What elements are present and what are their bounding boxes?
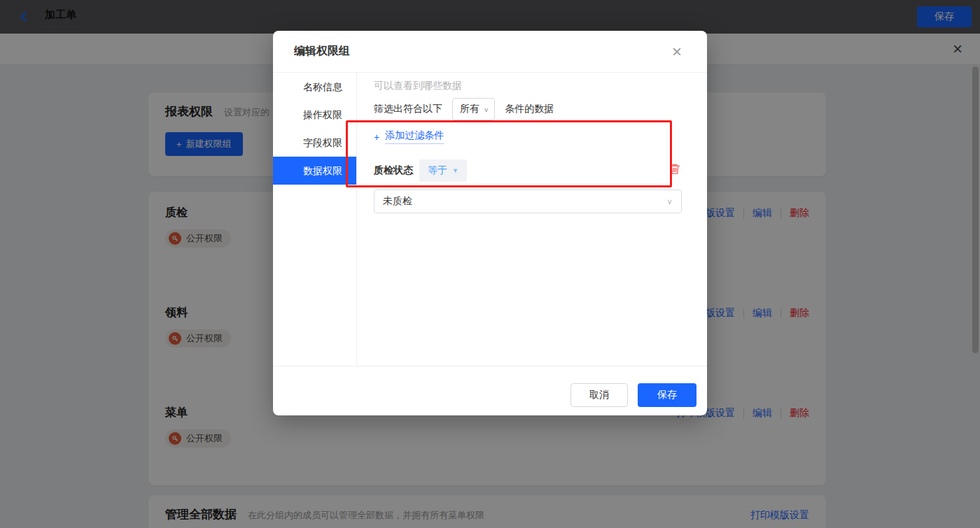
match-mode-select[interactable]: 所有 ∨ <box>452 98 495 120</box>
tab-operation-permission[interactable]: 操作权限 <box>273 101 356 129</box>
dialog-title: 编辑权限组 <box>294 44 350 59</box>
tab-data-permission[interactable]: 数据权限 <box>273 157 356 185</box>
delete-condition-button[interactable] <box>668 163 682 177</box>
tab-field-permission[interactable]: 字段权限 <box>273 129 356 157</box>
filter-suffix-label: 条件的数据 <box>505 103 554 115</box>
condition-value: 未质检 <box>383 195 412 208</box>
dialog-close-button[interactable]: × <box>668 43 686 61</box>
close-icon: × <box>672 42 682 61</box>
dialog-body: 名称信息 操作权限 字段权限 数据权限 可以查看到哪些数据 筛选出符合以下 所有… <box>273 73 707 366</box>
condition-value-select[interactable]: 未质检 ∨ <box>374 190 682 213</box>
edit-permission-group-dialog: 编辑权限组 × 名称信息 操作权限 字段权限 数据权限 可以查看到哪些数据 筛选… <box>273 31 707 415</box>
dialog-footer: 取消 保存 <box>273 366 707 415</box>
dialog-header: 编辑权限组 × <box>273 31 707 73</box>
cancel-button[interactable]: 取消 <box>570 383 628 407</box>
chevron-down-icon: ∨ <box>484 106 489 113</box>
chevron-down-icon: ∨ <box>666 197 673 206</box>
filter-match-row: 筛选出符合以下 所有 ∨ 条件的数据 <box>374 98 693 120</box>
match-mode-value: 所有 <box>460 103 479 115</box>
data-permission-panel: 可以查看到哪些数据 筛选出符合以下 所有 ∨ 条件的数据 + 添加过滤条件 质检… <box>357 73 707 366</box>
save-button[interactable]: 保存 <box>638 383 696 407</box>
filter-prefix-label: 筛选出符合以下 <box>374 103 442 115</box>
view-data-hint: 可以查看到哪些数据 <box>374 80 693 92</box>
caret-down-icon: ▼ <box>452 167 458 174</box>
operator-value: 等于 <box>428 164 447 177</box>
trash-icon <box>668 163 681 176</box>
tab-name-info[interactable]: 名称信息 <box>273 73 356 101</box>
plus-icon: + <box>374 131 379 143</box>
condition-row: 质检状态 等于 ▼ <box>374 159 682 182</box>
add-condition-label: 添加过滤条件 <box>385 129 444 144</box>
condition-field-label: 质检状态 <box>374 164 413 177</box>
add-filter-condition-button[interactable]: + 添加过滤条件 <box>374 129 444 144</box>
dialog-side-nav: 名称信息 操作权限 字段权限 数据权限 <box>273 73 357 366</box>
condition-operator-select[interactable]: 等于 ▼ <box>419 159 467 182</box>
